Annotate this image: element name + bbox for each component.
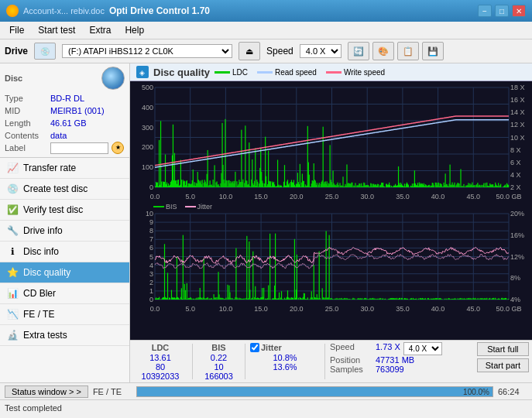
fe-te-label-nav: FE / TE <box>23 309 54 320</box>
sidebar-item-cd-bler[interactable]: 📊 CD Bler <box>0 283 129 304</box>
extra-tests-label: Extra tests <box>23 330 67 341</box>
title-bar: Account-x... rebiv.doc Opti Drive Contro… <box>0 0 532 22</box>
contents-value: data <box>50 129 67 142</box>
sidebar: Disc Type BD-R DL MID MEIRB1 (001) Lengt… <box>0 63 130 382</box>
type-label: Type <box>5 92 47 104</box>
maximize-button[interactable]: □ <box>495 5 509 17</box>
cd-bler-label: CD Bler <box>23 288 56 299</box>
save-icon[interactable]: 💾 <box>422 42 444 60</box>
mid-value: MEIRB1 (001) <box>50 104 105 117</box>
menu-start-test[interactable]: Start test <box>32 23 81 37</box>
speed-select[interactable]: 4.0 X <box>300 44 342 58</box>
svg-text:◈: ◈ <box>139 69 145 77</box>
disc-quality-title: Disc quality <box>153 67 210 78</box>
bis-header: BIS <box>197 342 240 353</box>
position-key: Position <box>330 355 372 365</box>
jitter-avg: 10.8% <box>250 353 320 362</box>
type-value: BD-R DL <box>50 92 84 104</box>
create-test-disc-icon: 💿 <box>6 183 19 195</box>
disc-quality-label: Disc quality <box>23 267 70 278</box>
status-bar: Test completed <box>0 399 532 415</box>
drive-eject-icon[interactable]: 💿 <box>34 43 56 60</box>
sidebar-item-verify-test-disc[interactable]: ✅ Verify test disc <box>0 200 129 221</box>
speed-stat-dropdown[interactable]: 4.0 X <box>403 342 442 355</box>
app-icon <box>6 5 19 17</box>
jitter-checkbox[interactable] <box>250 343 259 352</box>
ldc-legend-color <box>215 71 230 74</box>
settings-icon1[interactable]: 🎨 <box>372 42 394 60</box>
sidebar-item-drive-info[interactable]: 🔧 Drive info <box>0 221 129 242</box>
ldc-avg: 13.61 <box>133 353 187 362</box>
sidebar-item-disc-quality[interactable]: ⭐ Disc quality <box>0 262 129 283</box>
nav-items: 📈 Transfer rate 💿 Create test disc ✅ Ver… <box>0 158 129 382</box>
ldc-legend-label: LDC <box>232 68 248 77</box>
drive-info-icon: 🔧 <box>6 224 19 237</box>
speed-label: Speed <box>266 46 293 57</box>
time-label: 66:24 <box>498 387 527 396</box>
disc-quality-icon: ⭐ <box>6 266 19 279</box>
cd-bler-icon: 📊 <box>6 287 19 300</box>
write-speed-legend-label: Write speed <box>344 68 385 77</box>
menu-help[interactable]: Help <box>118 23 150 37</box>
disc-info-label: Disc info <box>23 246 59 257</box>
drive-bar: Drive 💿 (F:) ATAPI iHBS112 2 CL0K ⏏ Spee… <box>0 39 532 63</box>
bottom-chart-canvas <box>130 201 532 314</box>
top-chart-canvas <box>130 81 532 201</box>
sidebar-item-fe-te[interactable]: 📉 FE / TE <box>0 304 129 325</box>
contents-label: Contents <box>5 129 47 142</box>
minimize-button[interactable]: − <box>478 5 492 17</box>
drive-label: Drive <box>5 46 28 57</box>
dq-icon: ◈ <box>136 66 149 78</box>
label-icon[interactable]: ★ <box>112 142 124 154</box>
bottom-bar: Status window > > FE / TE 100.0% 66:24 <box>0 382 532 399</box>
bis-legend-label: BIS <box>166 203 177 211</box>
ldc-max: 80 <box>133 362 187 372</box>
disc-thumbnail <box>101 67 125 90</box>
sidebar-item-transfer-rate[interactable]: 📈 Transfer rate <box>0 158 129 179</box>
menu-extra[interactable]: Extra <box>83 23 117 37</box>
close-button[interactable]: ✕ <box>512 5 526 17</box>
status-window-button[interactable]: Status window > > <box>5 385 88 398</box>
menu-bar: File Start test Extra Help <box>0 22 532 39</box>
label-input[interactable] <box>50 142 108 154</box>
jitter-stats: Jitter 10.8% 13.6% <box>250 342 320 381</box>
refresh-icon[interactable]: 🔄 <box>348 42 369 60</box>
extra-tests-icon: 🔬 <box>6 329 19 341</box>
fe-te-bottom-label: FE / TE <box>93 387 132 396</box>
window-title: Opti Drive Control 1.70 <box>109 5 210 16</box>
start-full-button[interactable]: Start full <box>477 342 529 356</box>
length-label: Length <box>5 117 47 129</box>
write-speed-legend-color <box>326 71 342 74</box>
stats-bar: LDC 13.61 80 10392033 BIS 0.22 10 166003… <box>130 340 532 382</box>
length-value: 46.61 GB <box>50 117 86 129</box>
read-speed-legend-color <box>257 71 273 74</box>
start-part-button[interactable]: Start part <box>477 358 529 372</box>
speed-key: Speed <box>330 342 372 355</box>
sidebar-item-disc-info[interactable]: ℹ Disc info <box>0 242 129 262</box>
samples-val: 763099 <box>376 365 404 374</box>
fe-te-icon: 📉 <box>6 308 19 320</box>
menu-file[interactable]: File <box>3 23 30 37</box>
progress-text: 100.0% <box>463 387 489 398</box>
settings-icon2[interactable]: 📋 <box>397 42 419 60</box>
samples-key: Samples <box>330 365 372 374</box>
ldc-total: 10392033 <box>133 372 187 381</box>
jitter-max: 13.6% <box>250 362 320 372</box>
drive-action-icon[interactable]: ⏏ <box>239 42 260 60</box>
main-content: Disc Type BD-R DL MID MEIRB1 (001) Lengt… <box>0 63 532 382</box>
ldc-header: LDC <box>133 342 187 353</box>
ldc-stats: LDC 13.61 80 10392033 <box>133 342 187 381</box>
drive-select[interactable]: (F:) ATAPI iHBS112 2 CL0K <box>62 44 232 58</box>
read-speed-legend-label: Read speed <box>275 68 317 77</box>
sidebar-item-create-test-disc[interactable]: 💿 Create test disc <box>0 179 129 200</box>
progress-bar: 100.0% <box>136 386 493 397</box>
bis-total: 166003 <box>197 372 240 381</box>
window-tabs: Account-x... rebiv.doc <box>23 6 105 15</box>
bis-legend-color <box>153 206 164 207</box>
sidebar-item-extra-tests[interactable]: 🔬 Extra tests <box>0 325 129 346</box>
transfer-rate-label: Transfer rate <box>23 163 76 173</box>
jitter-legend-color <box>185 206 196 207</box>
bis-max: 10 <box>197 362 240 372</box>
progress-bar-fill <box>137 387 493 396</box>
transfer-rate-icon: 📈 <box>6 162 19 174</box>
